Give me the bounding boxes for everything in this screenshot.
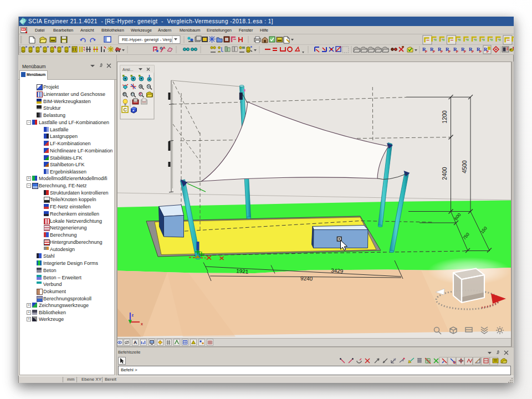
svg-text:9240: 9240: [300, 275, 313, 282]
svg-text:3429: 3429: [331, 267, 344, 274]
svg-text:2400: 2400: [441, 167, 448, 180]
svg-text:A: A: [134, 340, 137, 345]
svg-text:Ansi...: Ansi...: [122, 68, 134, 71]
svg-text:4500: 4500: [461, 160, 468, 173]
svg-text:z: z: [132, 313, 134, 317]
svg-text:RE-Hyper- geneigt - Verg: RE-Hyper- geneigt - Verg: [122, 37, 172, 42]
svg-text:1921: 1921: [236, 268, 249, 275]
svg-text:1200: 1200: [441, 110, 448, 124]
svg-text:x: x: [141, 322, 143, 326]
svg-text:C: C: [123, 107, 127, 112]
